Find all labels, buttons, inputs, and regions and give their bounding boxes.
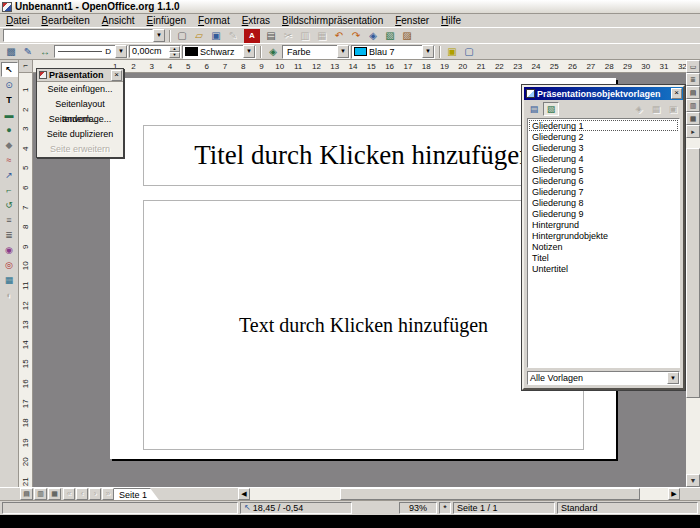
function-icon[interactable]: ▦ — [314, 29, 330, 43]
line-style-dropdown-button[interactable]: ▼ — [115, 45, 127, 58]
status-page-cell[interactable]: Seite 1 / 1 — [453, 502, 555, 514]
view-button[interactable]: ▸ — [686, 125, 700, 138]
style-list-item[interactable]: Gliederung 2 — [529, 131, 678, 142]
object-bar-icon[interactable]: ✎ — [20, 45, 36, 59]
style-list-item[interactable]: Notizen — [529, 241, 678, 252]
style-list-item[interactable]: Gliederung 3 — [529, 142, 678, 153]
tool-button[interactable]: ◎ — [1, 257, 18, 272]
stylist-toolbar-icon[interactable]: ▤ — [526, 102, 542, 116]
function-icon[interactable]: ▨ — [399, 29, 415, 43]
fill-type-combobox[interactable]: Farbe ▼ — [282, 45, 350, 59]
tool-button[interactable]: ⊙ — [1, 77, 18, 92]
style-list-item[interactable]: Gliederung 8 — [529, 197, 678, 208]
menu-item[interactable]: Fenster — [389, 14, 435, 27]
vertical-scroll-thumb[interactable] — [686, 148, 700, 398]
status-position-cell[interactable]: ↖ 18,45 / -0,54 — [240, 502, 352, 514]
scroll-right-button[interactable]: ▶ — [668, 488, 680, 500]
style-list[interactable]: Gliederung 1Gliederung 2Gliederung 3Glie… — [527, 118, 680, 368]
stylist-toolbar-icon[interactable]: ▣ — [665, 102, 681, 116]
tool-button[interactable]: ◐ — [1, 287, 18, 302]
horizontal-scroll-thumb[interactable] — [340, 488, 640, 500]
scroll-left-button[interactable]: ◀ — [238, 488, 250, 500]
object-bar-icon[interactable]: ▢ — [461, 45, 477, 59]
fill-color-combobox[interactable]: Blau 7 ▼ — [351, 45, 435, 59]
function-icon[interactable]: A — [244, 29, 260, 43]
tool-button[interactable]: ≡ — [1, 212, 18, 227]
tool-button[interactable]: ↗ — [1, 167, 18, 182]
text-placeholder[interactable]: Text durch Klicken hinzufügen — [143, 200, 584, 450]
style-list-item[interactable]: Gliederung 4 — [529, 153, 678, 164]
tool-button[interactable]: ◆ — [1, 137, 18, 152]
line-width-stepper[interactable]: 0,00cm ▲▼ — [129, 45, 181, 58]
horizontal-ruler[interactable]: 1234567891011121314151617181920212223242… — [33, 60, 686, 73]
style-list-item[interactable]: Gliederung 5 — [529, 164, 678, 175]
object-bar-icon[interactable]: ▩ — [3, 45, 19, 59]
tool-button[interactable]: ▬ — [1, 107, 18, 122]
fill-type-dropdown-button[interactable]: ▼ — [337, 45, 349, 58]
mode-button[interactable]: ▦ — [48, 488, 61, 500]
mode-button[interactable]: ▤ — [20, 488, 33, 500]
page-nav-button[interactable]: » — [102, 488, 114, 500]
palette-titlebar[interactable]: Präsentation × — [37, 69, 123, 82]
status-template-cell[interactable]: Standard — [557, 502, 698, 514]
object-bar-icon[interactable]: ▣ — [444, 45, 460, 59]
style-list-item[interactable]: Gliederung 1 — [529, 120, 678, 131]
view-button[interactable]: ▦ — [686, 112, 700, 125]
width-down-button[interactable]: ▼ — [169, 52, 180, 58]
function-icon[interactable]: ◈ — [365, 29, 381, 43]
vertical-ruler[interactable]: 123456789101112131415161718192021 — [19, 73, 33, 487]
function-icon[interactable]: ✂ — [280, 29, 296, 43]
tool-button[interactable]: ● — [1, 122, 18, 137]
style-list-item[interactable]: Gliederung 7 — [529, 186, 678, 197]
function-icon[interactable]: ▱ — [191, 29, 207, 43]
page-tab[interactable]: Seite 1 — [114, 488, 159, 500]
url-combobox[interactable]: ▼ — [3, 29, 165, 42]
view-button[interactable]: ▤ — [686, 86, 700, 99]
menu-item[interactable]: Datei — [0, 14, 35, 27]
function-icon[interactable]: ↷ — [348, 29, 364, 43]
style-list-item[interactable]: Untertitel — [529, 263, 678, 274]
stylist-toolbar-icon[interactable]: ▦ — [648, 102, 664, 116]
style-list-item[interactable]: Gliederung 9 — [529, 208, 678, 219]
fill-bucket-icon[interactable]: ◈ — [265, 45, 281, 59]
status-zoom-cell[interactable]: 93% — [399, 502, 437, 514]
palette-command[interactable]: Seitenlayout ändern... — [37, 97, 123, 112]
stylist-toolbar-icon[interactable]: ▧ — [543, 102, 559, 116]
tool-button[interactable]: T — [1, 92, 18, 107]
function-icon[interactable]: ▥ — [297, 29, 313, 43]
menu-item[interactable]: Hilfe — [435, 14, 467, 27]
view-button[interactable]: ≣ — [686, 73, 700, 86]
menu-item[interactable]: Bildschirmpräsentation — [276, 14, 389, 27]
mode-button[interactable]: ▥ — [34, 488, 47, 500]
palette-command[interactable]: Seite duplizieren — [37, 127, 123, 142]
style-list-item[interactable]: Hintergrundobjekte — [529, 230, 678, 241]
function-icon[interactable]: ▣ — [208, 29, 224, 43]
stylist-close-button[interactable]: × — [671, 88, 682, 99]
view-button[interactable]: ▭ — [686, 60, 700, 73]
view-button[interactable]: ▥ — [686, 99, 700, 112]
fill-color-dropdown-button[interactable]: ▼ — [422, 45, 434, 58]
page-nav-button[interactable]: › — [89, 488, 101, 500]
style-filter-dropdown-button[interactable]: ▼ — [667, 372, 679, 384]
style-filter-combobox[interactable]: Alle Vorlagen ▼ — [527, 371, 680, 385]
url-dropdown-button[interactable]: ▼ — [153, 29, 165, 42]
function-icon[interactable]: ▧ — [382, 29, 398, 43]
function-icon[interactable]: ▤ — [263, 29, 279, 43]
object-bar-icon[interactable]: ↔ — [37, 45, 53, 59]
menu-item[interactable]: Einfügen — [141, 14, 192, 27]
line-color-combobox[interactable]: Schwarz ▼ — [182, 45, 256, 59]
tool-button[interactable]: ≈ — [1, 152, 18, 167]
page-nav-button[interactable]: « — [63, 488, 75, 500]
page-nav-button[interactable]: ‹ — [76, 488, 88, 500]
stylist-toolbar-icon[interactable]: ◈ — [631, 102, 647, 116]
scroll-down-button[interactable]: ▼ — [686, 474, 700, 487]
tool-button[interactable]: ◉ — [1, 242, 18, 257]
palette-command[interactable]: Seitenvorlage... — [37, 112, 123, 127]
tool-button[interactable]: ↖ — [1, 62, 18, 77]
menu-item[interactable]: Format — [192, 14, 236, 27]
function-icon[interactable]: ✎ — [225, 29, 241, 43]
menu-item[interactable]: Extras — [236, 14, 276, 27]
vertical-scrollbar[interactable]: ▭≣▤▥▦▸ ▼ — [686, 60, 700, 487]
tool-button[interactable]: ▦ — [1, 272, 18, 287]
style-list-item[interactable]: Gliederung 6 — [529, 175, 678, 186]
